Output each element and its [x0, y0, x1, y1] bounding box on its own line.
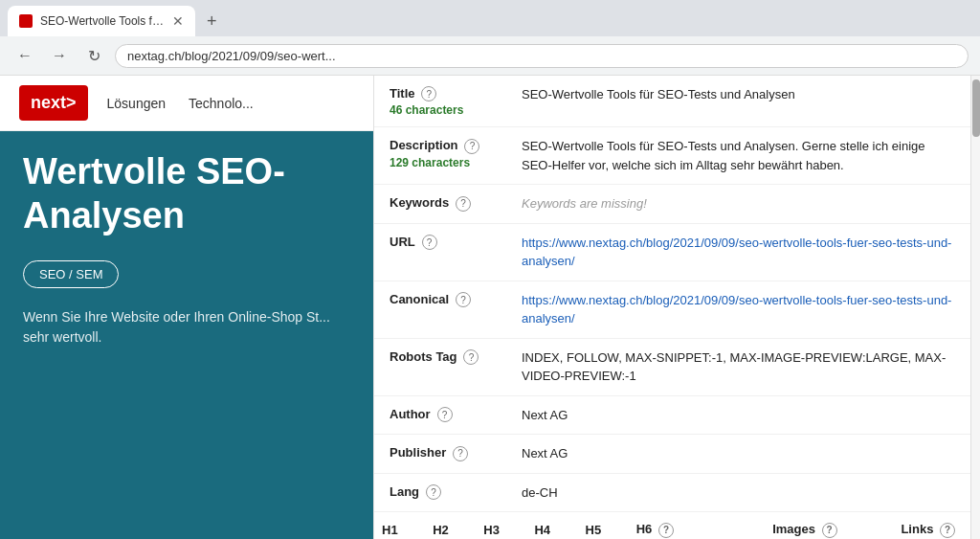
lang-label-col: Lang ?: [390, 483, 514, 500]
author-label-col: Author ?: [390, 406, 514, 422]
description-help-icon[interactable]: ?: [464, 139, 479, 154]
site-body: Wertvolle SEO-Analysen SEO / SEM Wenn Si…: [0, 131, 373, 367]
title-row: Title ? 46 characters SEO-Wertvolle Tool…: [374, 76, 970, 127]
title-label-col: Title ? 46 characters: [390, 85, 514, 117]
outer-scrollbar[interactable]: [970, 76, 980, 539]
h5-header: H5: [578, 512, 629, 539]
keywords-label-col: Keywords ?: [390, 194, 514, 211]
title-help-icon[interactable]: ?: [421, 86, 436, 101]
url-label-col: URL ?: [390, 234, 514, 250]
site-heading: Wertvolle SEO-Analysen: [23, 150, 350, 237]
headers-section: H1 H2 H3 H4 H5 H6 ? Images ?: [374, 512, 970, 539]
nav-link-solutions[interactable]: Lösungen: [107, 96, 167, 111]
main-content: next> Lösungen Technolo... Wertvolle SEO…: [0, 76, 980, 539]
robots-label-col: Robots Tag ?: [390, 348, 514, 365]
url-row: URL ? https://www.nextag.ch/blog/2021/09…: [374, 224, 970, 281]
nav-link-technology[interactable]: Technolo...: [189, 96, 254, 111]
title-label: Title: [390, 86, 415, 101]
h2-header: H2: [425, 512, 476, 539]
scrollbar-thumb: [972, 79, 980, 137]
seo-panel: Title ? 46 characters SEO-Wertvolle Tool…: [373, 76, 970, 539]
url-help-icon[interactable]: ?: [422, 235, 437, 250]
robots-value: INDEX, FOLLOW, MAX-SNIPPET:-1, MAX-IMAGE…: [522, 348, 955, 386]
links-header: Links ?: [845, 512, 970, 539]
description-value: SEO-Wertvolle Tools für SEO-Tests und An…: [522, 137, 955, 174]
h3-header: H3: [476, 512, 526, 539]
robots-row: Robots Tag ? INDEX, FOLLOW, MAX-SNIPPET:…: [374, 339, 970, 396]
description-label-col: Description ? 129 characters: [390, 137, 514, 168]
description-char-count: 129 characters: [390, 156, 470, 169]
description-row: Description ? 129 characters SEO-Wertvol…: [374, 127, 970, 185]
url-input[interactable]: [115, 44, 969, 68]
h1-header: H1: [374, 512, 425, 539]
site-logo: next>: [19, 85, 88, 121]
images-header: Images ?: [715, 512, 845, 539]
lang-label: Lang: [390, 484, 419, 499]
canonical-value[interactable]: https://www.nextag.ch/blog/2021/09/09/se…: [522, 291, 955, 328]
forward-button[interactable]: →: [46, 42, 73, 69]
publisher-row: Publisher ? Next AG: [374, 435, 970, 474]
address-bar: ← → ↻: [0, 36, 980, 75]
keywords-help-icon[interactable]: ?: [456, 196, 471, 212]
publisher-help-icon[interactable]: ?: [453, 446, 468, 461]
url-value[interactable]: https://www.nextag.ch/blog/2021/09/09/se…: [522, 234, 955, 271]
lang-row: Lang ? de-CH: [374, 474, 970, 513]
lang-value: de-CH: [522, 483, 955, 503]
canonical-row: Canonical ? https://www.nextag.ch/blog/2…: [374, 281, 970, 339]
lang-help-icon[interactable]: ?: [426, 484, 441, 500]
title-value: SEO-Wertvolle Tools für SEO-Tests und An…: [522, 85, 955, 104]
robots-help-icon[interactable]: ?: [463, 349, 479, 365]
website-panel: next> Lösungen Technolo... Wertvolle SEO…: [0, 76, 373, 539]
publisher-label: Publisher: [390, 445, 446, 460]
canonical-label: Canonical: [390, 292, 449, 306]
site-badge[interactable]: SEO / SEM: [23, 260, 119, 288]
headers-table: H1 H2 H3 H4 H5 H6 ? Images ?: [374, 512, 970, 539]
back-button[interactable]: ←: [11, 42, 38, 69]
author-value: Next AG: [522, 406, 955, 425]
canonical-label-col: Canonical ?: [390, 291, 514, 307]
images-help-icon[interactable]: ?: [822, 523, 837, 538]
keywords-row: Keywords ? Keywords are missing!: [374, 185, 970, 224]
h6-help-icon[interactable]: ?: [658, 523, 674, 538]
site-body-text: Wenn Sie Ihre Website oder Ihren Online-…: [23, 307, 350, 348]
new-tab-button[interactable]: +: [199, 8, 225, 35]
tab-close-icon[interactable]: ✕: [172, 13, 184, 29]
site-nav-links: Lösungen Technolo...: [107, 96, 254, 111]
keywords-value: Keywords are missing!: [522, 194, 955, 213]
h4-header: H4: [526, 512, 577, 539]
author-row: Author ? Next AG: [374, 396, 970, 436]
publisher-value: Next AG: [522, 444, 955, 463]
robots-label: Robots Tag: [390, 349, 457, 364]
url-label: URL: [390, 235, 415, 249]
h6-header: H6 ?: [629, 512, 715, 539]
author-label: Author: [390, 407, 431, 421]
tab-favicon: [19, 14, 33, 28]
author-help-icon[interactable]: ?: [437, 407, 453, 422]
browser-chrome: SEO-Wertvolle Tools für SEO-Tes... ✕ + ←…: [0, 0, 980, 76]
refresh-button[interactable]: ↻: [80, 42, 107, 69]
description-label: Description: [390, 138, 458, 152]
site-nav: next> Lösungen Technolo...: [0, 76, 373, 131]
canonical-help-icon[interactable]: ?: [456, 292, 471, 307]
active-tab[interactable]: SEO-Wertvolle Tools für SEO-Tes... ✕: [8, 6, 195, 36]
links-help-icon[interactable]: ?: [940, 523, 955, 538]
title-char-count: 46 characters: [390, 103, 463, 117]
tab-title: SEO-Wertvolle Tools für SEO-Tes...: [40, 14, 165, 28]
publisher-label-col: Publisher ?: [390, 444, 514, 460]
keywords-label: Keywords: [390, 195, 449, 210]
tab-bar: SEO-Wertvolle Tools für SEO-Tes... ✕ +: [0, 0, 980, 36]
